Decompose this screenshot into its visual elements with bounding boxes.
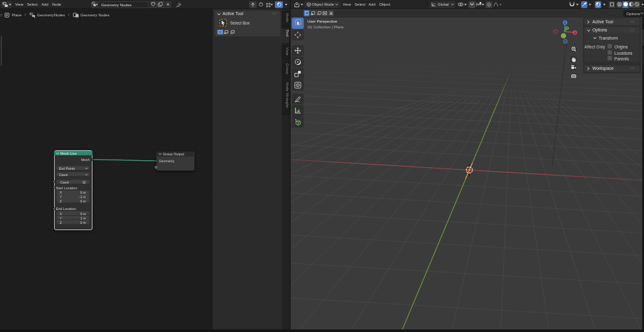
svg-text:X: X — [574, 31, 576, 35]
